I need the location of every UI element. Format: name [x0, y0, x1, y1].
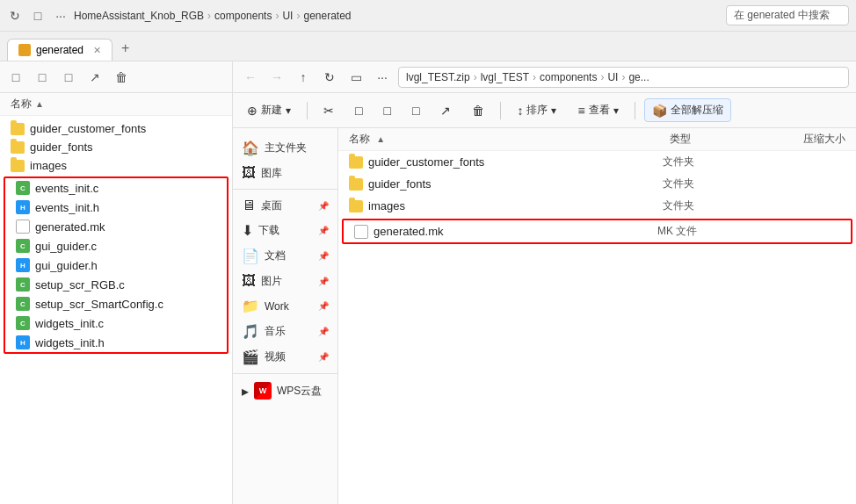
- share-btn[interactable]: ↗: [433, 100, 458, 121]
- left-toolbar: □ □ □ ↗ 🗑: [0, 61, 232, 93]
- tab-generated[interactable]: generated ✕: [7, 39, 112, 61]
- extract-btn[interactable]: 📦 全部解压缩: [644, 98, 731, 122]
- documents-icon: 📄: [242, 248, 259, 264]
- file-icon[interactable]: □: [30, 8, 46, 24]
- file-name: images: [368, 199, 405, 212]
- list-item[interactable]: C gui_guider.c: [5, 236, 227, 256]
- addr-part-3: components: [540, 71, 597, 83]
- rename-icon: □: [412, 104, 419, 118]
- qa-item-work[interactable]: 📁 Work 📌: [233, 293, 337, 319]
- table-row[interactable]: guider_customer_fonts 文件夹: [338, 151, 856, 173]
- paste-icon: □: [383, 104, 390, 118]
- qa-label: 主文件夹: [265, 140, 307, 155]
- file-type: 文件夹: [663, 155, 768, 169]
- list-item[interactable]: H gui_guider.h: [5, 256, 227, 275]
- copy-icon: □: [355, 104, 362, 118]
- music-icon: 🎵: [242, 323, 259, 340]
- file-name: guider_fonts: [368, 177, 432, 191]
- breadcrumb-part-1[interactable]: HomeAssistant_Knob_RGB: [74, 10, 204, 22]
- cut-icon[interactable]: □: [33, 68, 51, 86]
- copy-btn[interactable]: □: [348, 100, 369, 121]
- back-btn[interactable]: ←: [240, 67, 261, 88]
- breadcrumb-part-3[interactable]: UI: [282, 10, 293, 22]
- qa-item-pictures[interactable]: 🖼 图片 📌: [233, 269, 337, 293]
- rename-btn[interactable]: □: [405, 100, 426, 121]
- list-item[interactable]: C events_init.c: [5, 178, 227, 198]
- h-file-icon: H: [16, 200, 30, 214]
- address-bar[interactable]: lvgl_TEST.zip › lvgl_TEST › components ›…: [398, 67, 849, 88]
- file-name: events_init.h: [35, 201, 99, 214]
- sort-icon: ↕: [517, 104, 523, 118]
- paste-btn[interactable]: □: [376, 100, 397, 121]
- list-item[interactable]: C widgets_init.c: [5, 313, 227, 333]
- breadcrumb-part-2[interactable]: components: [214, 10, 272, 22]
- list-item[interactable]: H widgets_init.h: [5, 333, 227, 352]
- forward-btn[interactable]: →: [266, 67, 287, 88]
- folder-icon: [349, 200, 363, 212]
- qa-label: 视频: [265, 349, 286, 364]
- refresh-btn[interactable]: ↻: [319, 67, 340, 88]
- file-name: setup_scr_SmartConfig.c: [35, 298, 163, 311]
- list-item[interactable]: images: [0, 156, 232, 175]
- sort-btn[interactable]: ↕ 排序 ▾: [510, 99, 563, 121]
- search-box[interactable]: 在 generated 中搜索: [726, 5, 849, 25]
- tab-folder-icon: [18, 44, 31, 56]
- table-row[interactable]: guider_fonts 文件夹: [338, 173, 856, 195]
- list-item[interactable]: guider_customer_fonts: [0, 119, 232, 138]
- share-icon[interactable]: ↗: [86, 68, 104, 86]
- cut-btn[interactable]: ✂: [316, 100, 341, 121]
- delete-btn[interactable]: 🗑: [465, 100, 491, 121]
- pin-icon: 📌: [318, 277, 329, 286]
- more-icon[interactable]: ···: [53, 8, 69, 24]
- col-name-label: 名称: [11, 97, 32, 112]
- delete-icon[interactable]: 🗑: [112, 68, 130, 86]
- qa-item-wps[interactable]: ▸ W WPS云盘: [233, 378, 337, 404]
- view-btn[interactable]: ≡ 查看 ▾: [570, 99, 625, 121]
- dropdown-icon3: ▾: [613, 104, 619, 117]
- cut-icon: ✂: [323, 104, 334, 118]
- h-file-icon: H: [16, 335, 30, 349]
- qa-label: 图库: [261, 166, 282, 181]
- folder-icon: [11, 141, 25, 154]
- up-btn[interactable]: ↑: [293, 67, 314, 88]
- toolbar-separator-2: [500, 102, 501, 119]
- sort-label: 排序: [526, 103, 548, 118]
- share-icon: ↗: [440, 104, 451, 118]
- more-btn[interactable]: ···: [372, 67, 393, 88]
- new-tab-btn[interactable]: +: [112, 36, 138, 61]
- qa-item-downloads[interactable]: ⬇ 下载 📌: [233, 218, 337, 243]
- screen-icon[interactable]: ▭: [345, 67, 366, 88]
- copy-icon[interactable]: □: [7, 68, 25, 86]
- addr-part-1: lvgl_TEST.zip: [406, 71, 470, 83]
- table-row[interactable]: generated.mk MK 文件: [344, 220, 851, 242]
- table-row[interactable]: images 文件夹: [338, 195, 856, 217]
- list-item[interactable]: H events_init.h: [5, 198, 227, 217]
- list-item[interactable]: generated.mk: [5, 217, 227, 236]
- addr-part-4: UI: [607, 71, 618, 83]
- file-name: widgets_init.h: [35, 336, 105, 349]
- toolbar-separator: [307, 102, 308, 119]
- qa-item-gallery[interactable]: 🖼 图库: [233, 161, 337, 185]
- refresh-icon[interactable]: ↻: [7, 8, 23, 24]
- file-type: 文件夹: [663, 176, 768, 191]
- c-file-icon: C: [16, 181, 30, 195]
- qa-item-music[interactable]: 🎵 音乐 📌: [233, 319, 337, 344]
- view-label: 查看: [589, 103, 610, 118]
- tab-close-btn[interactable]: ✕: [93, 45, 101, 56]
- list-item[interactable]: C setup_scr_SmartConfig.c: [5, 294, 227, 313]
- qa-item-home[interactable]: 🏠 主文件夹: [233, 135, 337, 161]
- download-icon: ⬇: [242, 222, 253, 239]
- file-name: guider_fonts: [30, 140, 93, 154]
- paste-icon[interactable]: □: [60, 68, 77, 86]
- qa-item-desktop[interactable]: 🖥 桌面 📌: [233, 193, 337, 218]
- list-item[interactable]: guider_fonts: [0, 138, 232, 156]
- extract-label: 全部解压缩: [671, 103, 723, 118]
- breadcrumb-part-4[interactable]: generated: [303, 10, 351, 22]
- gallery-icon: 🖼: [242, 165, 256, 181]
- qa-item-documents[interactable]: 📄 文档 📌: [233, 243, 337, 269]
- list-item[interactable]: C setup_scr_RGB.c: [5, 275, 227, 294]
- expand-icon: ▸: [242, 383, 249, 400]
- new-btn[interactable]: ⊕ 新建 ▾: [240, 99, 298, 121]
- new-label: 新建: [261, 103, 282, 118]
- qa-item-video[interactable]: 🎬 视频 📌: [233, 344, 337, 370]
